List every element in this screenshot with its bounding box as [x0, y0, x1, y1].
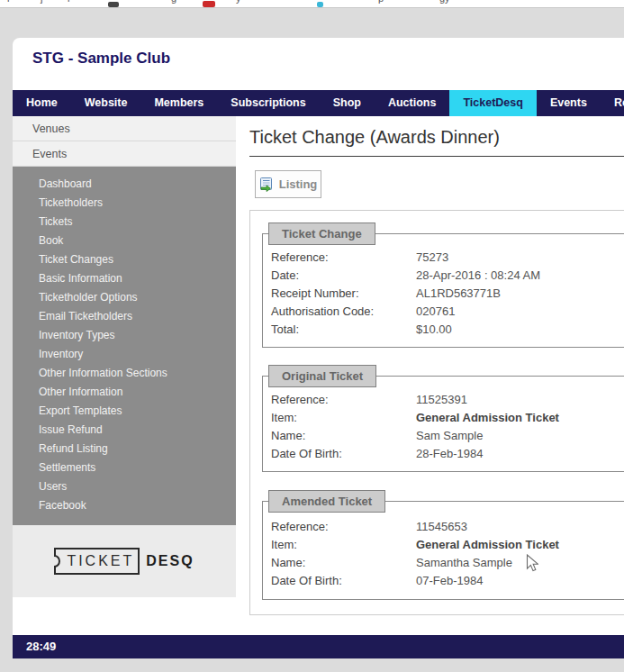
field-label: Name:: [271, 556, 416, 569]
field-label: Date Of Birth:: [271, 447, 416, 460]
field-value: AL1RD563771B: [416, 286, 501, 300]
cyan-favicon-fragment-icon: [317, 2, 323, 7]
sidebar-item-other-information-sections[interactable]: Other Information Sections: [13, 364, 236, 383]
sidebar-item-other-information[interactable]: Other Information: [13, 383, 236, 402]
sidebar-item-inventory[interactable]: Inventory: [13, 345, 236, 364]
sidebar-item-refund-listing[interactable]: Refund Listing: [13, 440, 236, 459]
sidebar-logo-area: TICKET DESQ: [13, 525, 236, 597]
listing-button-label: Listing: [279, 177, 318, 191]
nav-item-shop[interactable]: Shop: [320, 90, 375, 116]
field-row: Date Of Birth:07-Feb-1984: [271, 571, 624, 589]
field-value: General Admission Ticket: [416, 411, 559, 424]
field-row: Item:General Admission Ticket: [271, 408, 624, 426]
field-value: 11545653: [416, 520, 467, 533]
session-timer: 28:49: [26, 635, 56, 658]
field-row: Authorisation Code:020761: [271, 302, 624, 320]
sidebar-item-ticketholder-options[interactable]: Ticketholder Options: [13, 288, 236, 307]
section-amended-ticket: Amended Ticket Reference:11545653 Item:G…: [262, 501, 624, 600]
field-value: 11525391: [416, 393, 467, 406]
sidebar-item-venues[interactable]: Venues: [13, 116, 236, 141]
nav-item-subscriptions[interactable]: Subscriptions: [217, 90, 319, 116]
red-favicon-fragment-icon: [203, 1, 215, 7]
viewport: r j l g y p gy STG - Sample Club Home We…: [0, 0, 624, 672]
field-label: Item:: [271, 538, 416, 551]
field-label: Reference:: [271, 393, 416, 406]
nav-item-auctions[interactable]: Auctions: [375, 90, 449, 116]
nav-item-website[interactable]: Website: [71, 90, 141, 116]
field-value: 28-Feb-1984: [416, 447, 483, 460]
ticket-notch-mask: [44, 551, 54, 571]
field-label: Reference:: [271, 520, 416, 533]
nav-item-registrations[interactable]: Registrations: [601, 90, 624, 116]
field-label: Item:: [271, 411, 416, 424]
field-value: General Admission Ticket: [416, 538, 559, 551]
sidebar-item-ticket-changes[interactable]: Ticket Changes: [13, 250, 236, 269]
sidebar-item-basic-information[interactable]: Basic Information: [13, 269, 236, 288]
nav-item-events[interactable]: Events: [537, 90, 601, 116]
field-value: Samantha Sample: [416, 556, 512, 569]
field-value: Sam Sample: [416, 429, 483, 442]
sidebar-item-issue-refund[interactable]: Issue Refund: [13, 421, 236, 440]
field-row: Date Of Birth:28-Feb-1984: [271, 444, 624, 462]
field-value: 07-Feb-1984: [416, 574, 483, 587]
bookmark-text-fragment: r: [7, 0, 11, 4]
nav-item-members[interactable]: Members: [140, 90, 217, 116]
sidebar-item-inventory-types[interactable]: Inventory Types: [13, 326, 236, 345]
section-original-ticket: Original Ticket Reference:11525391 Item:…: [262, 376, 624, 472]
field-label: Date Of Birth:: [271, 574, 416, 587]
bookmark-text-fragment: gy: [439, 0, 450, 4]
listing-icon: [259, 177, 274, 192]
field-label: Name:: [271, 429, 416, 442]
bookmark-text-fragment: l: [68, 0, 69, 4]
field-row: Date:28-Apr-2016 : 08:24 AM: [271, 266, 624, 284]
field-value: 020761: [416, 304, 455, 318]
section-legend: Ticket Change: [268, 222, 375, 245]
bookmark-text-fragment: p: [378, 0, 384, 4]
club-title: STG - Sample Club: [32, 50, 170, 68]
bookmark-text-fragment: g: [171, 0, 176, 4]
section-legend: Amended Ticket: [268, 490, 385, 513]
field-value: 75273: [416, 250, 448, 264]
sidebar-item-ticketholders[interactable]: Ticketholders: [13, 194, 236, 213]
bookmarks-bar: r j l g y p gy: [0, 0, 624, 8]
bookmark-text-fragment: j: [41, 0, 42, 4]
page-card: STG - Sample Club Home Website Members S…: [13, 38, 624, 658]
ticket-outline-icon: TICKET: [54, 548, 140, 575]
sidebar-item-facebook[interactable]: Facebook: [13, 496, 236, 515]
nav-item-home[interactable]: Home: [13, 90, 71, 116]
sidebar-item-export-templates[interactable]: Export Templates: [13, 402, 236, 421]
section-legend: Original Ticket: [268, 365, 376, 387]
sidebar-item-tickets[interactable]: Tickets: [13, 213, 236, 232]
field-label: Date:: [271, 268, 416, 282]
field-row: Item:General Admission Ticket: [271, 535, 624, 553]
title-underline: [249, 156, 624, 157]
logo-text-ticket: TICKET: [67, 553, 134, 568]
sidebar-item-book[interactable]: Book: [13, 232, 236, 250]
field-value: 28-Apr-2016 : 08:24 AM: [416, 268, 540, 282]
sidebar-item-email-ticketholders[interactable]: Email Ticketholders: [13, 307, 236, 326]
sidebar-submenu: Dashboard Ticketholders Tickets Book Tic…: [13, 167, 236, 525]
listing-button[interactable]: Listing: [255, 170, 321, 198]
field-row: Total:$10.00: [271, 320, 624, 338]
sidebar-item-events[interactable]: Events: [13, 141, 236, 167]
sidebar: Venues Events Dashboard Ticketholders Ti…: [13, 116, 236, 597]
main-navbar: Home Website Members Subscriptions Shop …: [13, 90, 624, 116]
session-timer-bar: 28:49: [13, 635, 624, 658]
field-value: $10.00: [416, 322, 452, 336]
nav-item-ticketdesq[interactable]: TicketDesq: [449, 90, 536, 116]
field-label: Reference:: [271, 250, 416, 264]
field-row: Reference:75273: [271, 248, 624, 266]
field-label: Receipt Number:: [271, 286, 416, 300]
field-row: Reference:11545653: [271, 517, 624, 535]
field-row: Name:Samantha Sample: [271, 553, 624, 571]
bookmark-text-fragment: y: [236, 0, 241, 4]
field-row: Reference:11525391: [271, 390, 624, 408]
field-row: Receipt Number:AL1RD563771B: [271, 284, 624, 302]
sidebar-item-dashboard[interactable]: Dashboard: [13, 175, 236, 194]
sidebar-item-settlements[interactable]: Settlements: [13, 459, 236, 477]
logo-text-desq: DESQ: [146, 553, 194, 569]
section-ticket-change: Ticket Change Reference:75273 Date:28-Ap…: [262, 233, 624, 348]
sidebar-item-users[interactable]: Users: [13, 477, 236, 496]
field-row: Name:Sam Sample: [271, 426, 624, 444]
detail-panel: Ticket Change Reference:75273 Date:28-Ap…: [249, 210, 624, 615]
